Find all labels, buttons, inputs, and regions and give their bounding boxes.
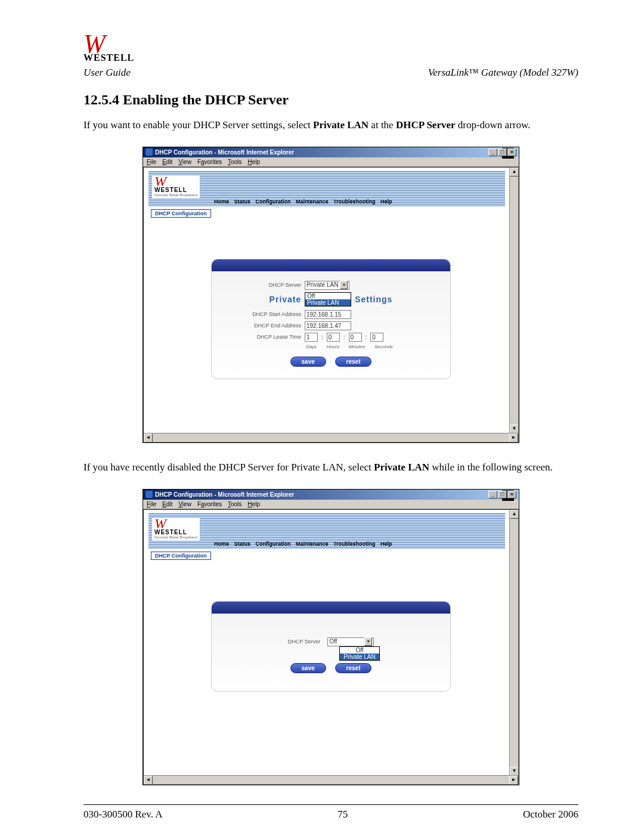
footer-center: 75 xyxy=(338,809,348,820)
dhcp-server-select[interactable]: Private LAN ▼ xyxy=(305,281,349,290)
dropdown-option-off[interactable]: Off xyxy=(340,647,379,654)
menu-edit[interactable]: Edit xyxy=(162,501,172,507)
minimize-button[interactable]: _ xyxy=(488,491,497,498)
ie-icon xyxy=(145,491,153,498)
panel-header xyxy=(212,602,450,614)
menu-favorites[interactable]: Favorites xyxy=(197,159,222,165)
header-right: VersaLink™ Gateway (Model 327W) xyxy=(428,67,578,79)
logo-text: WESTELL xyxy=(83,52,578,63)
reset-button[interactable]: reset xyxy=(335,663,372,673)
dropdown-option-private-lan[interactable]: Private LAN xyxy=(340,654,379,660)
banner-brand: WESTELL xyxy=(154,529,197,535)
window-title: DHCP Configuration - Microsoft Internet … xyxy=(155,491,294,498)
section-heading: 12.5.4 Enabling the DHCP Server xyxy=(83,92,578,108)
menu-tools[interactable]: Tools xyxy=(228,159,242,165)
vertical-scrollbar[interactable]: ▲ ▼ xyxy=(509,510,518,776)
lease-minutes-input[interactable]: 0 xyxy=(349,333,362,342)
screenshot-1: DHCP Configuration - Microsoft Internet … xyxy=(143,147,519,443)
start-address-label: DHCP Start Address xyxy=(224,311,305,317)
config-panel-2: DHCP Server Off ▼ Off Private LAN xyxy=(212,602,450,691)
page-banner: W WESTELL Discover Better Broadband Home… xyxy=(148,171,505,207)
menu-view[interactable]: View xyxy=(178,159,191,165)
banner-tagline: Discover Better Broadband xyxy=(154,193,197,197)
scroll-right-icon[interactable]: ► xyxy=(509,776,518,785)
menu-file[interactable]: File xyxy=(147,501,156,507)
horizontal-scrollbar[interactable]: ◄ ► xyxy=(144,433,518,442)
vertical-scrollbar[interactable]: ▲ ▼ xyxy=(509,168,518,433)
days-label: Days xyxy=(305,344,318,349)
config-panel-1: DHCP Server Private LAN ▼ Off Private LA… xyxy=(212,259,450,379)
breadcrumb[interactable]: DHCP Configuration xyxy=(151,209,211,218)
bold-private-lan: Private LAN xyxy=(313,119,369,131)
scroll-down-icon[interactable]: ▼ xyxy=(510,767,519,776)
minimize-button[interactable]: _ xyxy=(488,148,497,156)
lease-time-label: DHCP Lease Time xyxy=(224,334,305,340)
window-titlebar: DHCP Configuration - Microsoft Internet … xyxy=(143,490,519,500)
menu-favorites[interactable]: Favorites xyxy=(197,501,222,507)
hours-label: Hours xyxy=(326,344,339,349)
scroll-up-icon[interactable]: ▲ xyxy=(510,510,519,519)
lease-hours-input[interactable]: 0 xyxy=(327,333,340,342)
banner-w-icon: W xyxy=(154,518,197,529)
dhcp-server-dropdown[interactable]: Off Private LAN xyxy=(339,646,380,661)
horizontal-scrollbar[interactable]: ◄ ► xyxy=(144,775,518,784)
menu-edit[interactable]: Edit xyxy=(162,159,172,165)
scroll-up-icon[interactable]: ▲ xyxy=(510,168,519,176)
lease-days-input[interactable]: 1 xyxy=(305,333,318,342)
chevron-down-icon[interactable]: ▼ xyxy=(340,281,348,289)
menu-view[interactable]: View xyxy=(178,501,191,507)
scroll-left-icon[interactable]: ◄ xyxy=(144,433,153,442)
scroll-left-icon[interactable]: ◄ xyxy=(144,776,153,785)
breadcrumb[interactable]: DHCP Configuration xyxy=(151,552,211,560)
window-title: DHCP Configuration - Microsoft Internet … xyxy=(155,149,294,156)
dhcp-server-label: DHCP Server xyxy=(288,639,324,645)
screenshot-2: DHCP Configuration - Microsoft Internet … xyxy=(143,489,519,785)
nav-links[interactable]: Home Status Configuration Maintenance Tr… xyxy=(214,199,392,205)
chevron-down-icon[interactable]: ▼ xyxy=(364,637,372,646)
window-titlebar: DHCP Configuration - Microsoft Internet … xyxy=(143,147,519,157)
end-address-label: DHCP End Address xyxy=(224,323,305,329)
scroll-down-icon[interactable]: ▼ xyxy=(510,425,519,433)
paragraph-1: If you want to enable your DHCP Server s… xyxy=(83,119,578,132)
scroll-right-icon[interactable]: ► xyxy=(509,433,518,442)
dropdown-option-off[interactable]: Off xyxy=(305,293,351,299)
banner-tagline: Discover Better Broadband xyxy=(154,535,197,539)
panel-header xyxy=(212,259,450,271)
menubar: FileEditViewFavoritesToolsHelp xyxy=(143,500,519,509)
logo-w-icon: W xyxy=(83,36,578,52)
nav-links[interactable]: Home Status Configuration Maintenance Tr… xyxy=(214,541,392,547)
dhcp-server-dropdown[interactable]: Off Private LAN xyxy=(305,292,351,306)
save-button[interactable]: save xyxy=(290,357,326,367)
banner-w-icon: W xyxy=(154,176,197,187)
close-button[interactable]: × xyxy=(507,491,516,498)
maximize-button[interactable]: □ xyxy=(498,491,507,498)
menu-help[interactable]: Help xyxy=(247,501,260,507)
lease-seconds-input[interactable]: 0 xyxy=(370,333,383,342)
menu-tools[interactable]: Tools xyxy=(228,501,242,507)
reset-button[interactable]: reset xyxy=(335,357,372,367)
footer-rule xyxy=(83,804,578,805)
bold-private-lan-2: Private LAN xyxy=(374,462,429,473)
footer-right: October 2006 xyxy=(523,809,578,820)
minutes-label: Minutes xyxy=(348,344,366,349)
menubar: FileEditViewFavoritesToolsHelp xyxy=(143,157,519,167)
maximize-button[interactable]: □ xyxy=(498,148,507,156)
banner-brand: WESTELL xyxy=(154,187,197,193)
close-button[interactable]: × xyxy=(507,148,516,156)
footer-left: 030-300500 Rev. A xyxy=(83,809,163,820)
dhcp-server-label: DHCP Server xyxy=(224,282,305,288)
page-banner: W WESTELL Discover Better Broadband Home… xyxy=(148,513,505,549)
paragraph-2: If you have recently disabled the DHCP S… xyxy=(83,461,578,475)
start-address-input[interactable]: 192.168.1.15 xyxy=(305,310,351,319)
save-button[interactable]: save xyxy=(290,663,326,673)
dropdown-option-private-lan[interactable]: Private LAN xyxy=(305,299,351,306)
seconds-label: Seconds xyxy=(374,344,392,349)
menu-help[interactable]: Help xyxy=(247,159,260,165)
end-address-input[interactable]: 192.168.1.47 xyxy=(305,321,351,330)
ie-icon xyxy=(145,148,153,156)
menu-file[interactable]: File xyxy=(147,159,156,165)
westell-logo: W WESTELL xyxy=(83,36,578,63)
bold-dhcp-server: DHCP Server xyxy=(396,119,456,131)
header-left: User Guide xyxy=(83,67,131,79)
dhcp-server-select[interactable]: Off ▼ xyxy=(327,637,374,646)
